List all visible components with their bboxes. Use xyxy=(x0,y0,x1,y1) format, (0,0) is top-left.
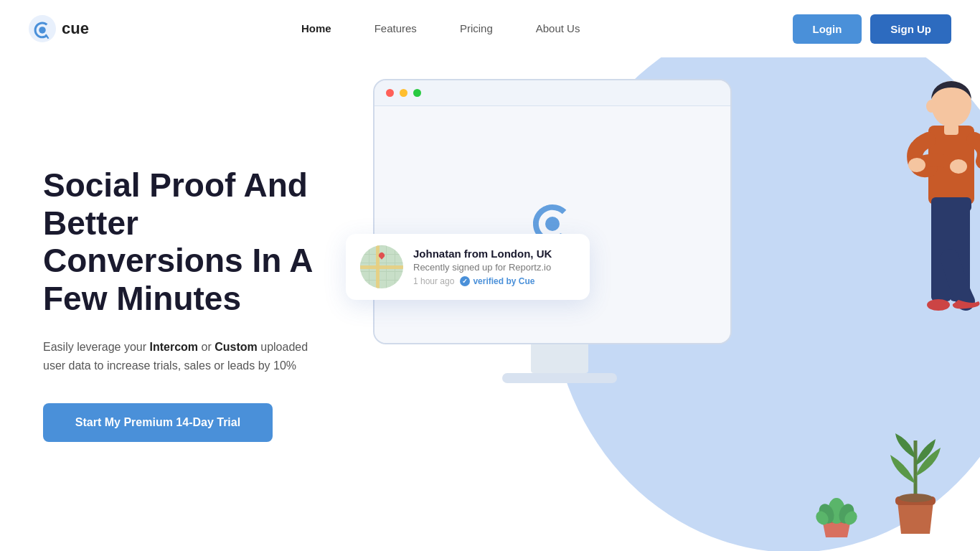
nav-link-home[interactable]: Home xyxy=(301,22,331,34)
notif-meta: 1 hour ago ✓ verified by Cue xyxy=(413,276,575,286)
monitor-outer: Johnatan from London, UK Recently signed… xyxy=(373,79,732,344)
logo-text: cue xyxy=(62,19,89,38)
notif-action: Recently signed up for Reportz.io xyxy=(413,262,575,273)
verified-check-icon: ✓ xyxy=(460,276,470,286)
hero-subtitle: Easily leverage your Intercom or Custom … xyxy=(43,338,316,375)
hero-section: Social Proof And Better Conversions In A… xyxy=(0,57,980,551)
map-road-horizontal xyxy=(360,265,403,269)
dot-green xyxy=(413,89,421,97)
notif-avatar xyxy=(360,245,403,288)
svg-point-10 xyxy=(927,299,950,311)
dot-red xyxy=(386,89,394,97)
map-road-vertical xyxy=(376,245,380,288)
nav-item-about[interactable]: About Us xyxy=(536,22,580,35)
monitor-base xyxy=(502,373,617,383)
person-illustration xyxy=(872,57,980,474)
notif-verified: ✓ verified by Cue xyxy=(460,276,534,286)
svg-point-1 xyxy=(39,27,46,34)
svg-point-11 xyxy=(926,100,936,113)
login-button[interactable]: Login xyxy=(793,14,862,44)
subtitle-custom: Custom xyxy=(215,341,258,353)
svg-point-6 xyxy=(950,159,967,174)
nav-item-home[interactable]: Home xyxy=(301,22,331,35)
person-svg xyxy=(872,57,980,474)
subtitle-middle: or xyxy=(198,341,215,353)
hero-title: Social Proof And Better Conversions In A… xyxy=(43,166,316,319)
svg-point-5 xyxy=(908,158,925,172)
svg-rect-12 xyxy=(944,124,958,135)
nav-item-pricing[interactable]: Pricing xyxy=(460,22,493,35)
subtitle-intercom: Intercom xyxy=(150,341,199,353)
hero-left-content: Social Proof And Better Conversions In A… xyxy=(0,57,359,551)
verified-text: verified by Cue xyxy=(473,276,534,286)
nav-actions: Login Sign Up xyxy=(793,14,952,44)
plant-1-svg xyxy=(808,469,865,541)
cta-trial-button[interactable]: Start My Premium 14-Day Trial xyxy=(43,403,273,442)
svg-point-2 xyxy=(545,217,560,231)
navbar: cue Home Features Pricing About Us Login… xyxy=(0,0,980,57)
notif-time: 1 hour ago xyxy=(413,276,454,286)
nav-item-features[interactable]: Features xyxy=(374,22,417,35)
monitor-titlebar xyxy=(374,80,730,106)
logo-link[interactable]: cue xyxy=(29,15,89,42)
plant-1-illustration xyxy=(808,469,865,544)
plant-2-illustration xyxy=(880,426,951,544)
dot-yellow xyxy=(400,89,407,97)
svg-rect-9 xyxy=(931,197,971,212)
nav-link-about[interactable]: About Us xyxy=(536,22,580,34)
hero-right-illustration: Johnatan from London, UK Recently signed… xyxy=(359,57,980,551)
plant-2-svg xyxy=(880,426,951,541)
notif-name: Johnatan from London, UK xyxy=(413,248,575,260)
signup-button[interactable]: Sign Up xyxy=(870,14,951,44)
monitor-stand xyxy=(531,344,588,373)
nav-link-pricing[interactable]: Pricing xyxy=(460,22,493,34)
monitor-illustration: Johnatan from London, UK Recently signed… xyxy=(373,79,746,380)
nav-link-features[interactable]: Features xyxy=(374,22,417,34)
monitor-screen: Johnatan from London, UK Recently signed… xyxy=(374,106,730,343)
notification-card: Johnatan from London, UK Recently signed… xyxy=(346,234,590,300)
notif-info: Johnatan from London, UK Recently signed… xyxy=(413,248,575,286)
svg-point-21 xyxy=(898,494,933,502)
cue-logo-icon xyxy=(29,15,56,42)
nav-links: Home Features Pricing About Us xyxy=(301,22,580,35)
subtitle-before: Easily leverage your xyxy=(43,341,150,353)
